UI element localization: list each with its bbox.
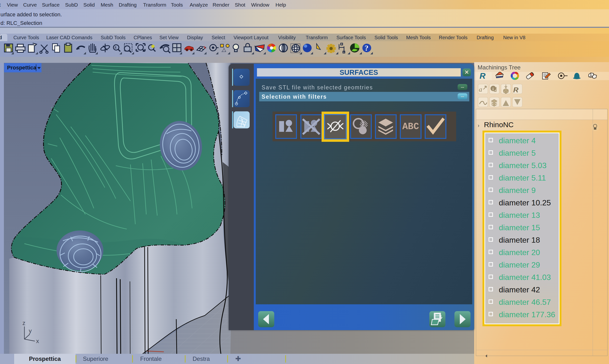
svg-text:x: x: [36, 338, 39, 344]
svg-text:z: z: [22, 320, 25, 326]
svg-text:R: R: [513, 86, 518, 94]
svg-text:a: a: [479, 86, 482, 93]
svg-text:R: R: [479, 72, 486, 80]
svg-text:y: y: [29, 327, 32, 334]
svg-text:?: ?: [364, 44, 368, 52]
svg-text:±: ±: [115, 45, 117, 49]
svg-text:i: i: [492, 87, 494, 91]
